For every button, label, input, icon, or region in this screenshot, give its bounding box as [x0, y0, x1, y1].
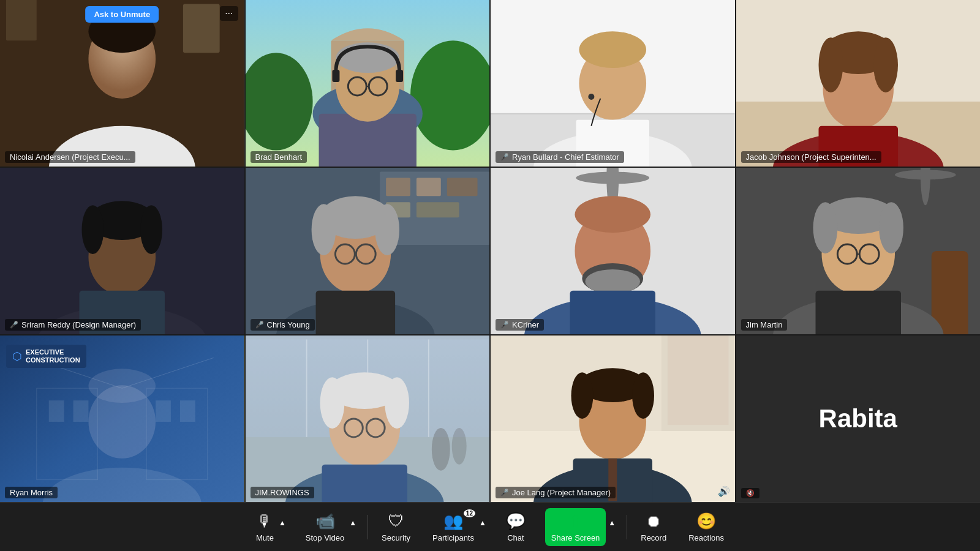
participant-name-jim-rowings: JIM.ROWINGS	[251, 487, 314, 498]
video-cell-ryan-morris: ⬡ EXECUTIVECONSTRUCTION Ryan Morris	[0, 335, 244, 502]
chat-icon: 💬	[506, 512, 526, 531]
participants-button[interactable]: 👥 12 Participants	[430, 512, 477, 542]
name-text: Brad Benhart	[255, 152, 303, 162]
stop-video-label: Stop Video	[306, 533, 344, 542]
video-cell-ryan-bullard: 🎤 Ryan Bullard - Chief Estimator	[491, 0, 735, 167]
svg-rect-55	[416, 202, 459, 217]
svg-point-115	[385, 377, 409, 429]
mute-label: Mute	[256, 533, 274, 542]
reactions-button[interactable]: 😊 Reactions	[686, 512, 726, 542]
svg-rect-123	[668, 335, 729, 425]
svg-point-46	[140, 205, 162, 254]
svg-point-74	[585, 269, 640, 294]
chat-label: Chat	[507, 533, 524, 542]
svg-rect-118	[322, 465, 407, 502]
participant-name-brad: Brad Benhart	[251, 151, 307, 163]
mute-icon: 🎤	[500, 489, 509, 497]
video-chevron-icon[interactable]: ▲	[349, 519, 356, 527]
svg-rect-51	[386, 178, 410, 196]
svg-point-60	[375, 204, 399, 255]
participant-name-kcriner: 🎤 KCriner	[496, 319, 544, 331]
video-cell-joe-lang: 🎤 Joe Lang (Project Manager) 🔊	[491, 335, 735, 502]
name-text: Sriram Reddy (Design Manager)	[21, 320, 136, 329]
stop-video-group[interactable]: 📹 Stop Video ▲	[295, 503, 365, 551]
svg-rect-52	[416, 178, 440, 196]
share-screen-group[interactable]: ⬆ Share Screen ▲	[537, 503, 624, 551]
svg-rect-99	[180, 400, 195, 422]
svg-point-109	[431, 428, 450, 471]
participants-group[interactable]: 👥 12 Participants ▲	[421, 503, 495, 551]
toolbar: 🎙 Mute ▲ 📹 Stop Video ▲ 🛡 Security 👥 12 …	[0, 502, 980, 551]
svg-point-28	[579, 31, 646, 68]
participants-icon: 👥	[443, 512, 463, 531]
participant-name-nicolai: Nicolai Andersen (Project Execu...	[5, 151, 135, 163]
participant-name-jim-martin: Jim Martin	[741, 319, 788, 331]
svg-rect-90	[815, 291, 900, 334]
svg-rect-6	[6, 0, 37, 40]
participants-label: Participants	[432, 533, 474, 542]
chat-button[interactable]: 💬 Chat	[503, 512, 528, 542]
svg-point-72	[575, 196, 650, 233]
svg-point-85	[813, 202, 837, 253]
reactions-icon: 😊	[696, 512, 716, 531]
svg-rect-64	[315, 291, 395, 334]
svg-point-45	[81, 205, 104, 254]
mute-icon: 🎤	[500, 321, 509, 329]
video-cell-jim-martin: Jim Martin	[736, 168, 981, 334]
svg-point-128	[632, 372, 654, 419]
svg-rect-98	[156, 400, 171, 422]
name-text: Nicolai Andersen (Project Execu...	[10, 152, 130, 162]
participant-name-joe-lang: 🎤 Joe Lang (Project Manager)	[496, 487, 616, 498]
record-icon: ⏺	[646, 512, 662, 531]
name-text: JIM.ROWINGS	[255, 488, 309, 497]
ask-to-unmute-button[interactable]: Ask to Unmute	[85, 6, 159, 23]
record-label: Record	[641, 533, 666, 542]
svg-rect-97	[74, 400, 89, 422]
name-text: Jim Martin	[746, 320, 783, 329]
participant-name-sriram: 🎤 Sriram Reddy (Design Manager)	[5, 319, 141, 331]
rabita-display-name: Rabita	[819, 404, 897, 433]
video-cell-chris: 🎤 Chris Young	[246, 168, 490, 334]
share-screen-label: Share Screen	[551, 533, 600, 542]
mute-chevron-icon[interactable]: ▲	[279, 519, 286, 527]
divider-2	[627, 515, 627, 539]
speaker-active-icon: 🔊	[718, 485, 730, 497]
svg-point-127	[571, 372, 594, 419]
share-screen-button[interactable]: ⬆ Share Screen	[545, 508, 606, 546]
exec-logo-icon: ⬡	[12, 350, 22, 363]
more-options-button[interactable]: ···	[220, 6, 238, 21]
participants-chevron-icon[interactable]: ▲	[479, 519, 486, 527]
participant-name-chris: 🎤 Chris Young	[251, 319, 315, 331]
security-label: Security	[382, 533, 410, 542]
participant-name-ryan-morris: Ryan Morris	[5, 487, 58, 498]
svg-point-86	[879, 202, 903, 253]
security-button[interactable]: 🛡 Security	[379, 512, 413, 542]
share-screen-icon: ⬆	[569, 512, 582, 531]
video-cell-sriram: 🎤 Sriram Reddy (Design Manager)	[0, 168, 244, 334]
record-group[interactable]: ⏺ Record	[630, 503, 677, 551]
svg-rect-96	[49, 400, 64, 422]
share-chevron-icon[interactable]: ▲	[608, 519, 616, 527]
stop-video-button[interactable]: 📹 Stop Video	[303, 512, 347, 542]
reactions-label: Reactions	[688, 533, 724, 542]
reactions-group[interactable]: 😊 Reactions	[677, 503, 735, 551]
svg-point-30	[588, 94, 594, 100]
svg-point-114	[320, 377, 344, 429]
svg-rect-75	[570, 291, 655, 334]
svg-point-110	[451, 428, 466, 465]
mute-group[interactable]: 🎙 Mute ▲	[245, 503, 295, 551]
svg-point-38	[873, 37, 898, 92]
svg-rect-53	[447, 178, 477, 196]
participant-name-jacob: Jacob Johnson (Project Superinten...	[741, 151, 881, 163]
video-cell-nicolai: Ask to Unmute ··· Nicolai Andersen (Proj…	[0, 0, 244, 167]
record-button[interactable]: ⏺ Record	[638, 512, 669, 542]
name-text: KCriner	[512, 320, 539, 329]
security-group[interactable]: 🛡 Security	[371, 503, 421, 551]
exec-construction-overlay: ⬡ EXECUTIVECONSTRUCTION	[6, 345, 86, 368]
video-cell-rabita: Rabita 🔇	[736, 335, 981, 502]
participant-name-ryan-bullard: 🎤 Ryan Bullard - Chief Estimator	[496, 151, 624, 163]
video-cell-brad: Brad Benhart	[246, 0, 490, 167]
mute-button[interactable]: 🎙 Mute	[254, 512, 276, 542]
mute-icon: 🎤	[255, 321, 264, 329]
chat-group[interactable]: 💬 Chat	[495, 503, 537, 551]
